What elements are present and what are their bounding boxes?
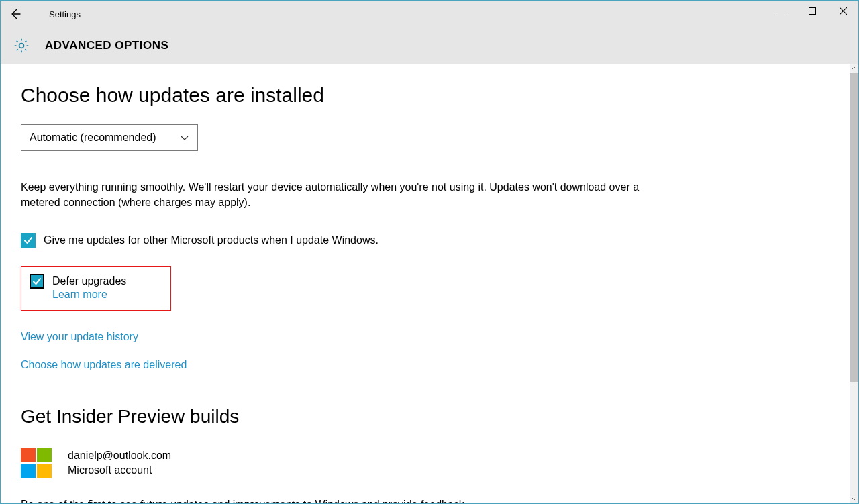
scrollbar[interactable]: [850, 64, 858, 503]
scroll-down-button[interactable]: [850, 494, 858, 503]
content-area: Choose how updates are installed Automat…: [1, 64, 850, 503]
dropdown-selected-label: Automatic (recommended): [30, 132, 156, 144]
how-updates-delivered-link[interactable]: Choose how updates are delivered: [21, 359, 187, 371]
highlight-defer-upgrades: Defer upgrades Learn more: [21, 266, 171, 311]
learn-more-link[interactable]: Learn more: [52, 289, 126, 301]
svg-rect-0: [809, 7, 815, 14]
checkmark-icon: [23, 235, 34, 246]
page-subtitle: ADVANCED OPTIONS: [45, 39, 168, 52]
section-heading-updates: Choose how updates are installed: [21, 84, 850, 107]
update-mode-dropdown[interactable]: Automatic (recommended): [21, 124, 198, 151]
close-button[interactable]: [827, 1, 858, 21]
svg-point-1: [19, 44, 24, 48]
checkbox-defer-upgrades[interactable]: [30, 274, 44, 289]
header-area: Settings ADVANCED OPTIONS: [1, 1, 858, 64]
back-button[interactable]: [1, 1, 30, 28]
gear-icon: [13, 37, 30, 54]
page-subheader: ADVANCED OPTIONS: [1, 28, 858, 64]
insider-cutoff-text: Be one of the first to see future update…: [21, 499, 850, 503]
checkmark-icon: [32, 276, 42, 287]
maximize-icon: [809, 7, 816, 15]
minimize-icon: [778, 7, 785, 15]
chevron-down-icon: [180, 133, 189, 142]
view-update-history-link[interactable]: View your update history: [21, 331, 138, 343]
scroll-up-button[interactable]: [850, 64, 858, 73]
checkbox-other-products[interactable]: [21, 233, 36, 248]
window-title: Settings: [49, 9, 81, 19]
account-row: danielp@outlook.com Microsoft account: [21, 448, 850, 478]
section-heading-insider: Get Insider Preview builds: [21, 406, 850, 427]
minimize-button[interactable]: [766, 1, 797, 21]
chevron-up-icon: [852, 66, 857, 71]
maximize-button[interactable]: [797, 1, 827, 21]
titlebar: Settings: [1, 1, 858, 28]
microsoft-logo-icon: [21, 448, 52, 478]
scrollbar-thumb[interactable]: [850, 73, 858, 382]
update-description: Keep everything running smoothly. We'll …: [21, 179, 652, 210]
close-icon: [840, 7, 847, 15]
account-email: danielp@outlook.com: [68, 448, 171, 463]
account-type: Microsoft account: [68, 463, 171, 478]
chevron-down-icon: [852, 496, 857, 501]
checkbox-other-products-label: Give me updates for other Microsoft prod…: [44, 233, 378, 248]
checkbox-defer-upgrades-label: Defer upgrades: [52, 274, 126, 289]
arrow-left-icon: [9, 7, 22, 21]
